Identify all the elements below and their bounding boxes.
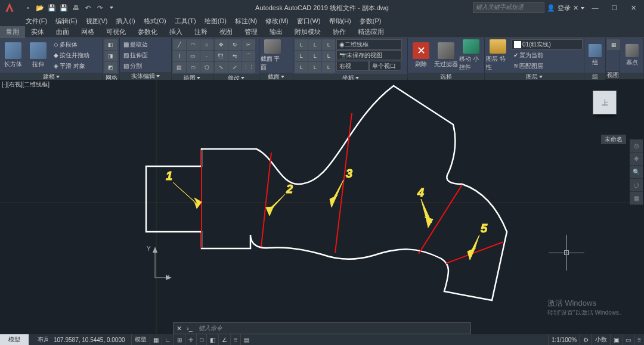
view-unnamed-label[interactable]: 未命名 — [601, 135, 626, 144]
rect-button[interactable]: ▭ — [187, 51, 200, 61]
ucs-btn6[interactable]: L — [322, 51, 335, 61]
menu-window[interactable]: 窗口(W) — [293, 15, 325, 26]
ucs-btn4[interactable]: L — [295, 51, 308, 61]
menu-dimension[interactable]: 标注(N) — [231, 15, 261, 26]
status-lwt-icon[interactable]: ≡ — [230, 334, 240, 345]
status-3dosnap-icon[interactable]: ◧ — [206, 334, 218, 345]
tab-manage[interactable]: 管理 — [239, 26, 264, 38]
smooth-button[interactable]: ◈ 平滑 对象 — [51, 61, 92, 71]
command-line[interactable]: ✕ ›_ 键入命令 — [173, 322, 471, 334]
cmd-close-icon[interactable]: ✕ — [174, 323, 184, 334]
nofilter-button[interactable]: 无过滤器 — [434, 39, 458, 72]
qat-dropdown-icon[interactable] — [106, 2, 117, 13]
extractedges-button[interactable]: ▦ 提取边 — [121, 39, 150, 49]
minimize-button[interactable]: — — [587, 2, 603, 14]
menu-view[interactable]: 视图(V) — [82, 15, 112, 26]
close-button[interactable]: ✕ — [625, 2, 642, 14]
tab-insert[interactable]: 插入 — [163, 26, 188, 38]
user-icon[interactable]: 👤 — [547, 4, 555, 12]
hatch-button[interactable]: ▤ — [173, 62, 186, 73]
menu-draw[interactable]: 绘图(D) — [200, 15, 231, 26]
tab-model[interactable]: 模型 — [0, 334, 29, 345]
cmd-chevron-icon[interactable]: ›_ — [184, 323, 195, 334]
stretch-button[interactable]: ⤡ — [215, 62, 228, 73]
trim-button[interactable]: ✂ — [242, 39, 255, 50]
mesh-btn1[interactable]: ◧ — [104, 39, 117, 50]
setcurrent-button[interactable]: ✔ 置为当前 — [511, 50, 583, 60]
arc-button[interactable]: ◠ — [187, 39, 200, 50]
layer-dropdown[interactable]: 01(粗实线) — [511, 39, 583, 49]
visualstyle-dropdown[interactable]: ◉ 二维线框 — [336, 39, 402, 49]
status-polar-icon[interactable]: ✛ — [185, 334, 196, 345]
status-otrack-icon[interactable]: ∠ — [218, 334, 230, 345]
layerprops-button[interactable]: 图层 特性 — [486, 39, 510, 72]
tab-home[interactable]: 常用 — [0, 26, 25, 38]
menu-file[interactable]: 文件(F) — [21, 15, 51, 26]
ucs-btn2[interactable]: L — [308, 39, 321, 50]
login-label[interactable]: 登录 — [558, 4, 571, 13]
navwheel-icon[interactable]: ◎ — [630, 139, 643, 153]
search-input[interactable]: 键入关键字或短语 — [473, 2, 544, 13]
status-scale[interactable]: 1:1/100% — [548, 334, 580, 345]
ell-button[interactable]: ⬭ — [187, 62, 200, 73]
tab-featured[interactable]: 精选应用 — [352, 26, 390, 38]
maximize-button[interactable]: ☐ — [606, 2, 623, 14]
pline-button[interactable]: ⌇ — [173, 51, 186, 61]
extrude-button[interactable]: 拉伸 — [26, 39, 50, 72]
erase-button[interactable]: ✕刷除 — [409, 39, 433, 72]
menu-insert[interactable]: 插入(I) — [112, 15, 139, 26]
viewport-dropdown[interactable]: 单个视口 — [369, 61, 401, 71]
help-dropdown-icon[interactable] — [581, 4, 584, 11]
ucs-btn1[interactable]: L — [295, 39, 308, 50]
orbit-icon[interactable]: ⭯ — [630, 179, 643, 192]
ucs-btn5[interactable]: L — [308, 51, 321, 61]
status-clean-icon[interactable]: ▭ — [622, 334, 634, 345]
split-button[interactable]: ▨ 分割 — [121, 61, 150, 71]
tab-collab[interactable]: 协作 — [327, 26, 352, 38]
sectionplane-button[interactable]: 截面 平面 — [261, 39, 284, 72]
viewcube-face[interactable]: 上 — [593, 91, 617, 114]
move-button[interactable]: ✥ — [215, 39, 228, 50]
tab-output[interactable]: 输出 — [264, 26, 289, 38]
command-input[interactable]: 键入命令 — [195, 324, 470, 332]
tab-view[interactable]: 视图 — [213, 26, 239, 38]
tab-addons[interactable]: 附加模块 — [289, 26, 327, 38]
circle-button[interactable]: ○ — [200, 39, 213, 50]
qat-plot-icon[interactable]: 🖶 — [70, 2, 81, 13]
status-decimal[interactable]: 小数 — [592, 334, 610, 345]
ucs-btn9[interactable]: L — [322, 62, 335, 73]
group-button[interactable]: 组 — [586, 39, 604, 72]
drawing-viewport[interactable]: [-][右视][二维线框] 1 2 3 4 5 Y X 上 — [0, 80, 644, 334]
status-iso-icon[interactable]: ▣ — [610, 334, 622, 345]
presspull-button[interactable]: ◆ 按住并拖动 — [51, 50, 92, 60]
polysolid-button[interactable]: ◇ 多段体 — [51, 39, 92, 49]
status-gear-icon[interactable]: ⚙ — [580, 334, 592, 345]
status-trans-icon[interactable]: ▤ — [240, 334, 252, 345]
viewcube[interactable]: 上 — [589, 91, 620, 122]
qat-undo-icon[interactable]: ↶ — [82, 2, 93, 13]
showmotion-icon[interactable]: ▦ — [630, 192, 643, 205]
menu-help[interactable]: 帮助(H) — [325, 15, 355, 26]
mesh-btn3[interactable]: ◩ — [104, 62, 117, 73]
gizmo-button[interactable]: 移动 小控件 — [459, 39, 483, 72]
view-btn[interactable]: ▦ — [607, 39, 620, 50]
poly-button[interactable]: ⬠ — [200, 62, 213, 73]
savedview-dropdown[interactable]: 📷 未保存的视图 — [336, 50, 402, 60]
menu-format[interactable]: 格式(O) — [140, 15, 171, 26]
box-button[interactable]: 长方体 — [1, 39, 25, 72]
exchange-icon[interactable]: ✕ — [573, 4, 578, 12]
status-ortho-icon[interactable]: ⊞ — [174, 334, 185, 345]
pt-button[interactable]: · — [200, 51, 213, 61]
status-custom-icon[interactable]: ≡ — [634, 334, 644, 345]
view-dropdown[interactable]: 右视 — [336, 61, 369, 71]
qat-save-icon[interactable]: 💾 — [47, 2, 57, 13]
menu-modify[interactable]: 修改(M) — [261, 15, 293, 26]
status-snap-icon[interactable]: ∟ — [162, 334, 174, 345]
basepoint-button[interactable]: 基点 — [621, 39, 642, 72]
tab-solid[interactable]: 实体 — [25, 26, 50, 38]
tab-surface[interactable]: 曲面 — [50, 26, 75, 38]
qat-saveas-icon[interactable]: 💾 — [58, 2, 69, 13]
status-grid-icon[interactable]: ▦ — [150, 334, 162, 345]
ucs-btn3[interactable]: L — [322, 39, 335, 50]
pan-icon[interactable]: ✥ — [630, 153, 643, 166]
